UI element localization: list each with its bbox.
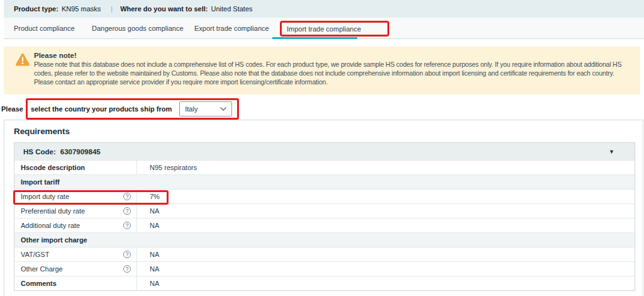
collapse-caret-icon[interactable]: ▼ [609, 149, 614, 155]
product-type-label: Product type: [14, 5, 58, 13]
row-label-cell: Preferential duty rate? [14, 204, 137, 218]
row-value-cell: NA [137, 262, 635, 276]
table-row: Additional duty rate?NA [14, 218, 635, 232]
row-label: Additional duty rate [21, 222, 80, 229]
row-value-cell: N95 respirators [137, 161, 635, 174]
row-value-cell: NA [137, 204, 635, 218]
row-value: N95 respirators [150, 164, 197, 171]
row-value-cell: NA [137, 248, 635, 261]
requirements-heading: Requirements [14, 127, 633, 136]
help-icon[interactable]: ? [123, 251, 131, 258]
row-label-cell: Additional duty rate? [14, 219, 137, 232]
tab-import-trade-compliance[interactable]: Import trade compliance [280, 21, 389, 37]
tab-product-compliance[interactable]: Product compliance [14, 18, 75, 38]
row-label: Preferential duty rate [21, 207, 85, 215]
notice-text: Please note! Please note that this datab… [34, 52, 630, 87]
context-bar: Product type: KN95 masks | Where do you … [4, 0, 644, 18]
table-row: Hscode descriptionN95 respirators [14, 160, 635, 174]
ship-from-selected-value: Italy [185, 105, 197, 113]
row-label-cell: Hscode description [14, 161, 137, 174]
row-value: 7% [150, 193, 160, 200]
row-value-cell: NA [137, 276, 635, 290]
ship-from-select[interactable]: Italy [179, 101, 232, 117]
ship-from-label-prefix: Please [1, 105, 23, 113]
help-icon[interactable]: ? [123, 193, 131, 200]
section-label: Import tariff [21, 178, 60, 186]
row-label-cell: Comments [14, 276, 137, 290]
row-value: NA [150, 251, 159, 258]
row-label: VAT/GST [21, 251, 49, 258]
row-label-cell: Import duty rate? [14, 190, 137, 203]
table-row: VAT/GST?NA [14, 247, 635, 261]
help-icon[interactable]: ? [123, 265, 131, 273]
row-label-cell: VAT/GST? [14, 248, 137, 261]
requirements-table: HS Code: 6307909845 ▼ Hscode description… [14, 142, 635, 291]
help-icon[interactable]: ? [123, 222, 131, 229]
table-row: Import duty rate?7% [14, 189, 635, 203]
table-row: CommentsNA [14, 276, 635, 290]
table-row: Other Charge?NA [14, 261, 635, 276]
separator: | [111, 5, 113, 13]
tab-dangerous-goods-compliance[interactable]: Dangerous goods compliance [92, 18, 184, 38]
table-row: Preferential duty rate?NA [14, 203, 635, 218]
row-value: NA [150, 222, 159, 229]
warning-icon [15, 53, 30, 69]
chevron-down-icon [220, 107, 226, 111]
help-icon[interactable]: ? [123, 207, 131, 215]
sell-destination-value: United States [211, 5, 252, 13]
notice-title: Please note! [34, 52, 630, 59]
notice-body: Please note that this database does not … [34, 60, 630, 87]
row-value: NA [150, 280, 159, 287]
sell-destination-label: Where do you want to sell: [120, 5, 208, 13]
page: Product type: KN95 masks | Where do you … [0, 0, 644, 296]
hs-code-label: HS Code: [23, 148, 56, 156]
row-value: NA [150, 265, 159, 273]
section-label: Other import charge [21, 236, 87, 244]
hs-code-header[interactable]: HS Code: 6307909845 ▼ [14, 143, 635, 160]
requirements-rows: Hscode descriptionN95 respiratorsImport … [14, 160, 635, 290]
row-label: Import duty rate [21, 193, 69, 200]
row-value: NA [150, 207, 159, 215]
row-label: Hscode description [21, 164, 85, 171]
row-label-cell: Other Charge? [14, 262, 137, 276]
hs-code-value: 6307909845 [60, 148, 101, 156]
table-section-row: Other import charge [14, 232, 635, 247]
annotation-ship-from: select the country your products ship fr… [26, 98, 239, 120]
product-type-value: KN95 masks [62, 5, 101, 13]
table-section-row: Import tariff [14, 174, 635, 189]
row-value-cell: NA [137, 219, 635, 232]
row-label: Other Charge [21, 265, 63, 273]
notice-banner: Please note! Please note that this datab… [4, 47, 640, 94]
ship-from-row: Please select the country your products … [1, 98, 239, 120]
tab-bar: Product complianceDangerous goods compli… [4, 18, 644, 39]
requirements-panel: Requirements HS Code: 6307909845 ▼ Hscod… [4, 120, 643, 296]
row-label: Comments [21, 280, 57, 287]
row-value-cell: 7% [137, 190, 635, 203]
tab-export-trade-compliance[interactable]: Export trade compliance [194, 18, 269, 38]
ship-from-label: select the country your products ship fr… [31, 105, 172, 113]
